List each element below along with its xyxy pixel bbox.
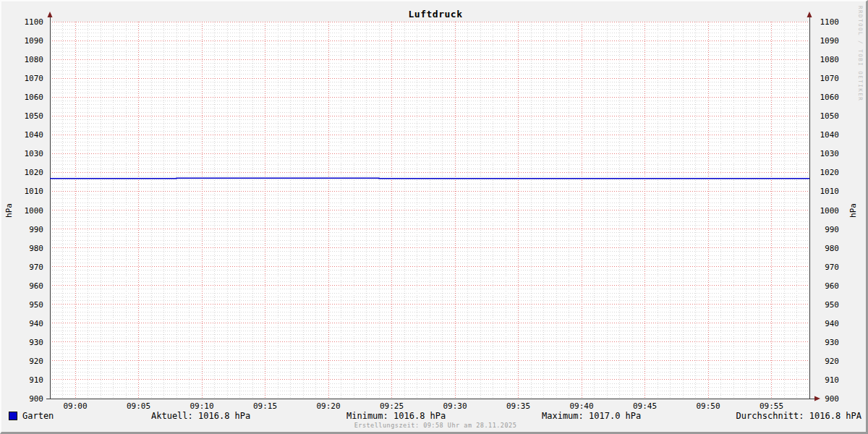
y-axis-tick-label-left: 960 — [29, 281, 43, 291]
y-axis-tick-label-left: 1060 — [25, 93, 44, 102]
y-axis-tick-label-right: 1090 — [820, 36, 840, 46]
y-axis-label-left: hPa — [4, 203, 14, 218]
stat-current: Aktuell: 1016.8 hPa — [151, 411, 250, 421]
series-color-swatch — [9, 412, 17, 420]
x-axis-tick-label: 09:00 — [63, 401, 87, 411]
y-axis-tick-label-right: 1010 — [820, 187, 840, 196]
y-axis-tick-label-left: 1030 — [25, 149, 44, 158]
stat-maximum: Maximum: 1017.0 hPa — [542, 411, 641, 421]
y-axis-arrow-left — [48, 12, 53, 17]
x-axis-tick-label: 09:05 — [127, 401, 150, 411]
rrdtool-watermark: RRDTOOL / TOBI OETIKER — [857, 6, 864, 101]
y-axis-tick-label-left: 900 — [29, 394, 43, 404]
y-axis-tick-label-right: 980 — [825, 244, 839, 253]
legend-row: Garten Aktuell: 1016.8 hPa Minimum: 1016… — [1, 411, 868, 422]
y-axis-tick-label-right: 1050 — [820, 111, 840, 121]
y-axis-tick-label-right: 900 — [825, 394, 839, 404]
y-axis-tick-label-left: 990 — [29, 225, 43, 234]
series-line-garten — [50, 178, 809, 179]
y-axis-tick-label-left: 950 — [29, 300, 43, 310]
y-axis-tick-label-right: 940 — [825, 319, 839, 328]
x-axis-tick-label: 09:25 — [380, 401, 404, 411]
chart-canvas: 09:0009:0509:1009:1509:2009:2509:3009:35… — [1, 1, 868, 411]
y-axis-tick-label-left: 970 — [29, 263, 43, 272]
y-axis-tick-label-left: 1010 — [25, 187, 44, 196]
x-axis-tick-label: 09:50 — [696, 401, 720, 411]
y-axis-tick-label-left: 1080 — [25, 55, 44, 64]
x-axis-tick-label: 09:40 — [569, 401, 593, 411]
y-axis-arrow-right — [807, 12, 812, 17]
y-axis-tick-label-left: 910 — [29, 375, 43, 385]
y-axis-tick-label-left: 1100 — [25, 17, 44, 27]
stat-average: Durchschnitt: 1016.8 hPA — [736, 411, 861, 421]
y-axis-tick-label-right: 950 — [825, 300, 839, 310]
x-axis-arrow — [814, 396, 820, 401]
y-axis-tick-label-right: 1030 — [820, 149, 840, 158]
y-axis-tick-label-left: 940 — [29, 319, 43, 328]
y-axis-tick-label-right: 970 — [825, 263, 839, 272]
y-axis-tick-label-left: 1040 — [25, 130, 44, 140]
y-axis-tick-label-left: 1070 — [25, 74, 44, 83]
x-axis-tick-label: 09:45 — [633, 401, 657, 411]
y-axis-tick-label-right: 1100 — [820, 17, 840, 27]
y-axis-tick-label-right: 1080 — [820, 55, 840, 64]
y-axis-tick-label-right: 1040 — [820, 130, 840, 140]
y-axis-tick-label-left: 1090 — [25, 36, 44, 46]
x-axis-tick-label: 09:35 — [506, 401, 530, 411]
y-axis-label-right: hPa — [848, 203, 858, 218]
y-axis-tick-label-right: 910 — [825, 375, 839, 385]
x-axis-tick-label: 09:20 — [316, 401, 340, 411]
y-axis-tick-label-right: 920 — [825, 357, 839, 366]
y-axis-tick-label-left: 1000 — [25, 206, 44, 216]
rrdtool-pressure-graph: Luftdruck 09:0009:0509:1009:1509:2009:25… — [0, 0, 868, 434]
series-label: Garten — [22, 411, 54, 421]
x-axis-tick-label: 09:15 — [253, 401, 277, 411]
y-axis-tick-label-right: 1020 — [820, 168, 840, 177]
y-axis-tick-label-left: 920 — [29, 357, 43, 366]
y-axis-tick-label-left: 980 — [29, 244, 43, 253]
x-axis-tick-label: 09:55 — [760, 401, 783, 411]
y-axis-tick-label-right: 1060 — [820, 93, 840, 102]
y-axis-tick-label-right: 1000 — [820, 206, 840, 216]
y-axis-tick-label-left: 930 — [29, 338, 43, 347]
x-axis-tick-label: 09:30 — [443, 401, 467, 411]
y-axis-tick-label-right: 930 — [825, 338, 839, 347]
y-axis-tick-label-right: 990 — [825, 225, 839, 234]
x-axis-tick-label: 09:10 — [190, 401, 213, 411]
y-axis-tick-label-right: 960 — [825, 281, 839, 291]
creation-timestamp: Erstellungszeit: 09:58 Uhr am 28.11.2025 — [1, 422, 868, 429]
y-axis-tick-label-right: 1070 — [820, 74, 840, 83]
y-axis-tick-label-left: 1020 — [25, 168, 44, 177]
stat-minimum: Minimum: 1016.8 hPa — [346, 411, 446, 421]
y-axis-tick-label-left: 1050 — [25, 111, 44, 121]
